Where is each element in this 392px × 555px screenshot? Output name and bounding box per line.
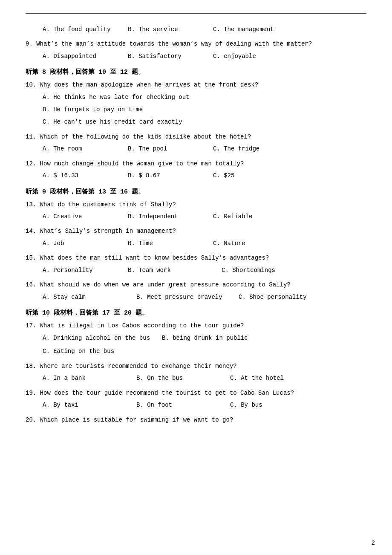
q8-option-c: C. The management [213,24,298,35]
q11-option-c: C. The fridge [213,144,298,154]
q13-block: 13. What do the customers think of Shall… [26,200,366,223]
q10-option-c: C. He can't use his credit card exactly [26,117,366,127]
q16-text: 16. What should we do when we are under … [26,280,366,290]
q16-option-c: C. Shoe personality [239,292,324,303]
q14-option-a: A. Job [43,238,128,249]
q11-option-a: A. The room [43,144,128,154]
q16-options-row: A. Stay calm B. Meet pressure bravely C.… [26,292,366,303]
q15-option-c: C. Shortcomings [222,265,307,276]
q17-option-c: C. Eating on the bus [43,348,114,355]
q8-option-a: A. The food quality [43,24,128,35]
q19-option-c: C. By bus [230,400,315,410]
q9-option-a: A. Disappointed [43,51,128,62]
q9-text: 9. What’s the man’s attitude towards the… [26,39,366,49]
q17-options-row2: C. Eating on the bus [26,346,366,357]
q17-option-a: A. Drinking alcohol on the bus [43,333,162,344]
section10-header: 听第 10 段材料，回答第 17 至 20 题。 [26,309,366,317]
q14-text: 14. What’s Sally’s strength in managemen… [26,226,366,237]
q14-option-c: C. Nature [213,238,298,249]
q13-option-a: A. Creative [43,211,128,222]
q12-option-c: C. $25 [213,171,298,181]
q20-block: 20. Which place is suitable for swimming… [26,415,366,425]
q18-option-a: A. In a bank [43,373,136,384]
top-border [26,13,366,14]
q13-option-c: C. Reliable [213,211,298,222]
q18-text: 18. Where are tourists recommended to ex… [26,361,366,372]
q15-option-b: B. Team work [128,265,222,276]
q19-block: 19. How does the tour guide recommend th… [26,388,366,411]
q12-block: 12. How much change should the woman giv… [26,159,366,182]
q16-option-b: B. Meet pressure bravely [136,292,239,303]
q17-text: 17. What is illegal in Los Cabos accordi… [26,321,366,331]
q8-option-b: B. The service [128,24,213,35]
q14-option-b: B. Time [128,238,213,249]
q18-options-row: A. In a bank B. On the bus C. At the hot… [26,373,366,384]
q13-text: 13. What do the customers think of Shall… [26,200,366,210]
q11-option-b: B. The pool [128,144,213,154]
q9-question: . What’s the man’s attitude towards the … [29,40,312,47]
q10-block: 10. Why does the man apologize when he a… [26,80,366,127]
q14-block: 14. What’s Sally’s strength in managemen… [26,226,366,249]
q19-option-b: B. On foot [136,400,230,410]
q12-options-row: A. $ 16.33 B. $ 8.67 C. $25 [26,171,366,181]
q13-options-row: A. Creative B. Independent C. Reliable [26,211,366,222]
q8-options-block: A. The food quality B. The service C. Th… [26,24,366,35]
q8-options-row: A. The food quality B. The service C. Th… [26,24,366,35]
q13-option-b: B. Independent [128,211,213,222]
q19-text: 19. How does the tour guide recommend th… [26,388,366,399]
q14-options-row: A. Job B. Time C. Nature [26,238,366,249]
q12-option-b: B. $ 8.67 [128,171,213,181]
q15-options-row: A. Personality B. Team work C. Shortcomi… [26,265,366,276]
q9-block: 9. What’s the man’s attitude towards the… [26,39,366,62]
section9-header: 听第 9 段材料，回答第 13 至 16 题。 [26,188,366,196]
q10-text: 10. Why does the man apologize when he a… [26,80,366,90]
q12-text: 12. How much change should the woman giv… [26,159,366,169]
q9-option-c: C. enjoyable [213,51,298,62]
q17-block: 17. What is illegal in Los Cabos accordi… [26,321,366,357]
q16-block: 16. What should we do when we are under … [26,280,366,303]
q10-option-b: B. He forgets to pay on time [26,104,366,115]
section8-header: 听第 8 段材料，回答第 10 至 12 题。 [26,68,366,76]
q17-options-row1: A. Drinking alcohol on the bus B. being … [26,333,366,344]
page-number: 2 [372,540,375,546]
q18-option-c: C. At the hotel [230,373,315,384]
q9-option-b: B. Satisfactory [128,51,213,62]
q11-options-row: A. The room B. The pool C. The fridge [26,144,366,154]
q9-options-row: A. Disappointed B. Satisfactory C. enjoy… [26,51,366,62]
q18-block: 18. Where are tourists recommended to ex… [26,361,366,384]
q17-option-b: B. being drunk in public [162,333,248,344]
q15-block: 15. What does the man still want to know… [26,253,366,276]
q15-text: 15. What does the man still want to know… [26,253,366,263]
page: A. The food quality B. The service C. Th… [0,0,392,555]
q15-option-a: A. Personality [43,265,128,276]
q19-options-row: A. By taxi B. On foot C. By bus [26,400,366,410]
q19-option-a: A. By taxi [43,400,136,410]
q11-block: 11. Which of the following do the kids d… [26,132,366,155]
q12-option-a: A. $ 16.33 [43,171,128,181]
q20-text: 20. Which place is suitable for swimming… [26,415,366,425]
q10-option-a: A. He thinks he was late for checking ou… [26,92,366,103]
q18-option-b: B. On the bus [136,373,230,384]
q11-text: 11. Which of the following do the kids d… [26,132,366,142]
q16-option-a: A. Stay calm [43,292,136,303]
